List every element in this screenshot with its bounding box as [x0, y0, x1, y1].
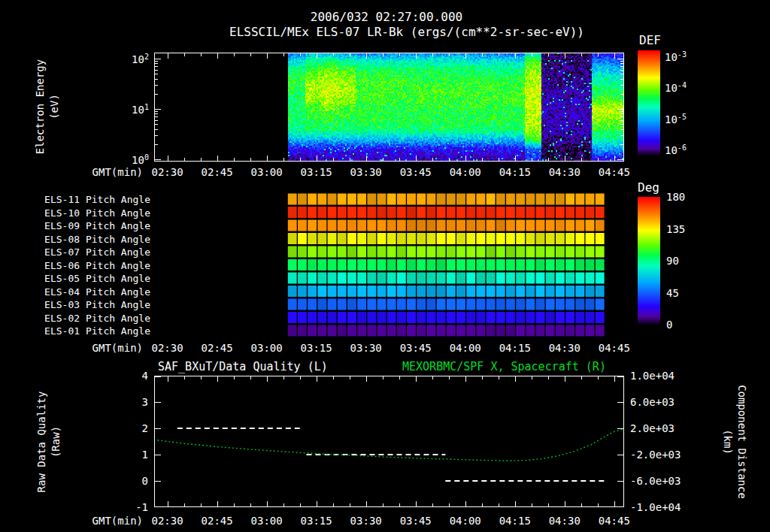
ylabel-line: (km)	[720, 385, 735, 499]
distance-tick-label: -6.0e+03	[630, 475, 681, 487]
pitch-row-label: ELS-04 Pitch Angle	[30, 286, 150, 297]
distance-tick-label: 2.0e+03	[630, 422, 675, 434]
distance-tick-label: -2.0e+03	[630, 449, 681, 461]
bottom-x-tick-label: 02:45	[202, 515, 233, 527]
spectrogram-x-tick-label: 04:15	[499, 166, 531, 178]
pitch-x-tick-label: 04:30	[549, 342, 581, 354]
power-base: 10	[665, 82, 678, 94]
power-base: 10	[132, 154, 144, 166]
power-exponent: -3	[678, 50, 687, 59]
pitch-row-label: ELS-11 Pitch Angle	[30, 194, 150, 205]
pitch-row-label: ELS-02 Pitch Angle	[30, 312, 150, 323]
bottom-x-tick-label: 03:15	[301, 515, 332, 527]
pitch-row-label: ELS-06 Pitch Angle	[30, 259, 150, 271]
bottom-x-tick-label: 03:00	[251, 515, 283, 527]
pitch-row-label: ELS-10 Pitch Angle	[30, 207, 150, 218]
pitch-x-tick-label: 03:00	[251, 342, 283, 354]
power-exponent: -5	[678, 112, 687, 120]
deg-tick-label: 0	[666, 319, 672, 331]
deg-tick-label: 180	[666, 191, 685, 203]
spectrogram-x-tick-label: 03:15	[301, 166, 332, 178]
spectrogram-x-tick-label: 04:30	[549, 166, 581, 178]
deg-colorbar-gradient	[638, 197, 660, 325]
header-title: ELSSCIL/MEx ELS-07 LR-Bk (ergs/(cm**2-sr…	[229, 25, 584, 39]
power-exponent: 2	[144, 53, 149, 61]
power-exponent: 0	[144, 153, 149, 162]
pitch-x-tick-label: 03:45	[400, 342, 432, 354]
quality-distance-canvas	[154, 376, 624, 507]
power-base: 10	[132, 53, 144, 65]
distance-tick-label: 6.0e+03	[630, 396, 675, 408]
gmt-label-spectrogram: GMT(min)	[75, 166, 143, 178]
ylabel-line: (eV)	[47, 59, 62, 154]
bottom-x-tick-label: 04:00	[450, 515, 481, 527]
quality-tick-label: 4	[113, 370, 148, 382]
plot-page: 2006/032 02:27:00.000 ELSSCIL/MEx ELS-07…	[0, 0, 770, 532]
deg-tick-label: 90	[666, 255, 679, 267]
def-colorbar-gradient	[638, 50, 660, 156]
pitch-x-tick-label: 02:30	[152, 342, 183, 354]
ylabel-line: (Raw)	[49, 391, 63, 493]
deg-tick-label: 45	[666, 287, 679, 299]
electron-spectrogram-canvas	[154, 53, 624, 162]
pitch-x-tick-label: 02:45	[202, 342, 233, 354]
spectrogram-x-tick-label: 04:00	[450, 166, 481, 178]
spectrogram-x-tick-label: 03:30	[350, 166, 382, 178]
quality-tick-label: -1	[113, 501, 148, 513]
bottom-panel-title-right: MEXORBMC/SPF X, Spacecraft (R)	[402, 360, 606, 373]
def-tick-label: 10-5	[665, 112, 687, 125]
def-tick-label: 10-3	[665, 50, 687, 63]
def-colorbar-title: DEF	[639, 33, 661, 47]
ylabel-line: Raw Data Quality	[35, 391, 49, 493]
pitch-row-label: ELS-03 Pitch Angle	[30, 299, 150, 310]
power-base: 10	[665, 113, 678, 125]
pitch-row-label: ELS-01 Pitch Angle	[30, 325, 150, 337]
header-datetime: 2006/032 02:27:00.000	[311, 10, 462, 24]
deg-tick-label: 135	[666, 223, 685, 235]
distance-tick-label: -1.0e+04	[630, 501, 681, 513]
bottom-x-tick-label: 04:45	[599, 515, 630, 527]
ylabel-line: Electron Energy	[33, 59, 47, 154]
pitch-x-tick-label: 03:15	[301, 342, 332, 354]
quality-tick-label: 1	[113, 449, 148, 461]
spectrogram-x-tick-label: 03:45	[400, 166, 432, 178]
pitch-angle-canvas	[154, 188, 624, 338]
spectrogram-x-tick-label: 02:30	[152, 166, 183, 178]
power-base: 10	[665, 51, 678, 63]
bottom-x-tick-label: 03:30	[350, 515, 382, 527]
energy-tick-label: 102	[114, 53, 149, 65]
pitch-x-tick-label: 04:15	[499, 342, 531, 354]
def-tick-label: 10-4	[665, 81, 687, 94]
pitch-row-label: ELS-08 Pitch Angle	[30, 233, 150, 244]
pitch-x-tick-label: 04:00	[450, 342, 481, 354]
quality-tick-label: 3	[113, 396, 148, 408]
bottom-panel-title-left: SAF_BXuT/Data Quality (L)	[158, 360, 328, 373]
pitch-row-label: ELS-07 Pitch Angle	[30, 246, 150, 258]
pitch-x-tick-label: 04:45	[599, 342, 630, 354]
spectrogram-x-tick-label: 04:45	[599, 166, 630, 178]
gmt-label-bottom: GMT(min)	[75, 515, 143, 527]
pitch-row-label: ELS-05 Pitch Angle	[30, 273, 150, 284]
bottom-x-tick-label: 02:30	[152, 515, 183, 527]
power-exponent: -6	[678, 143, 687, 151]
pitch-x-tick-label: 03:30	[350, 342, 382, 354]
quality-tick-label: 0	[113, 475, 148, 487]
bottom-x-tick-label: 03:45	[400, 515, 432, 527]
def-tick-label: 10-6	[665, 143, 687, 156]
bottom-x-tick-label: 04:30	[549, 515, 581, 527]
gmt-label-pitch: GMT(min)	[75, 342, 143, 354]
spectrogram-x-tick-label: 03:00	[251, 166, 283, 178]
ylabel-line: Component Distance	[735, 385, 749, 499]
bottom-x-tick-label: 04:15	[499, 515, 531, 527]
distance-tick-label: 1.0e+04	[630, 370, 675, 382]
energy-tick-label: 101	[114, 103, 149, 116]
quality-tick-label: 2	[113, 422, 148, 434]
power-exponent: -4	[678, 81, 687, 89]
spectrogram-x-tick-label: 02:45	[202, 166, 233, 178]
power-base: 10	[132, 104, 144, 116]
power-exponent: 1	[144, 103, 149, 111]
pitch-row-label: ELS-09 Pitch Angle	[30, 220, 150, 231]
deg-colorbar-title: Deg	[638, 180, 659, 195]
energy-tick-label: 100	[114, 153, 149, 166]
power-base: 10	[665, 144, 678, 156]
